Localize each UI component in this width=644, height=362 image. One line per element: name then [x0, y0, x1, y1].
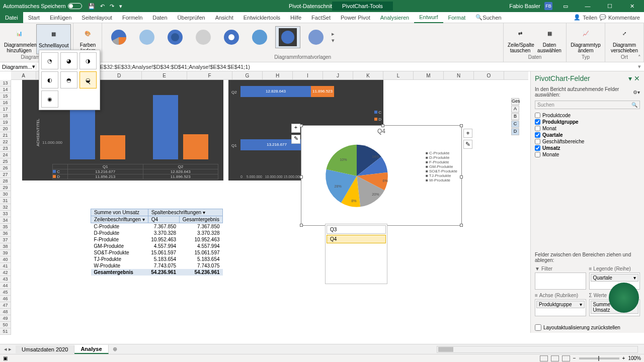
- row-header[interactable]: 30: [0, 191, 11, 198]
- field-item[interactable]: Umsatz: [535, 145, 640, 151]
- name-box[interactable]: Diagramm...▾: [0, 63, 36, 70]
- field-item[interactable]: Monate: [535, 151, 640, 158]
- defer-layout[interactable]: Layoutaktualisierung zurückstellen: [531, 322, 644, 333]
- zoom-level[interactable]: 100%: [628, 355, 641, 361]
- tab-format[interactable]: Format: [443, 12, 471, 23]
- row-header[interactable]: 13: [0, 80, 11, 86]
- row-header[interactable]: 21: [0, 132, 11, 139]
- row-header[interactable]: 51: [0, 328, 11, 335]
- chart-style-2[interactable]: [134, 26, 159, 48]
- tab-seitenlayout[interactable]: Seitenlayout: [76, 12, 117, 23]
- tab-ueberpruefen[interactable]: Überprüfen: [173, 12, 210, 23]
- pivot-row[interactable]: D-Produkte3.370.3283.370.328: [91, 230, 223, 236]
- tab-analysieren[interactable]: Analysieren: [375, 12, 414, 23]
- row-header[interactable]: 38: [0, 243, 11, 250]
- column-header[interactable]: M: [414, 71, 444, 79]
- mini-button-b[interactable]: B: [511, 113, 519, 120]
- add-chart-element-button[interactable]: 📊 Diagrammelement hinzufügen: [2, 24, 36, 54]
- chevron-down-icon[interactable]: ▾: [32, 63, 35, 70]
- column-header[interactable]: G: [232, 71, 263, 79]
- layout-option-4[interactable]: ◐: [41, 71, 58, 88]
- row-header[interactable]: 17: [0, 106, 11, 113]
- field-item[interactable]: Quartale: [535, 132, 640, 138]
- row-header[interactable]: 22: [0, 139, 11, 145]
- tab-entwicklertools[interactable]: Entwicklertools: [238, 12, 285, 23]
- column-header[interactable]: E: [142, 71, 187, 79]
- row-header[interactable]: 26: [0, 165, 11, 171]
- save-icon[interactable]: 💾: [88, 3, 95, 10]
- row-header[interactable]: 29: [0, 185, 11, 191]
- row-header[interactable]: 32: [0, 204, 11, 211]
- mini-button-ges[interactable]: Ges: [511, 98, 519, 105]
- layout-option-2[interactable]: ◕: [60, 52, 77, 69]
- slicer-quartale[interactable]: Q3 Q4: [325, 224, 387, 284]
- zoom-slider[interactable]: [579, 357, 619, 359]
- column-header[interactable]: K: [353, 71, 383, 79]
- add-sheet-button[interactable]: ⊕: [109, 346, 121, 352]
- column-header[interactable]: J: [323, 71, 353, 79]
- pivot-row[interactable]: F-Produkte10.952.46310.952.463: [91, 236, 223, 243]
- column-header[interactable]: O: [474, 71, 504, 79]
- area-filter[interactable]: [535, 273, 586, 290]
- comments-button[interactable]: 💬 Kommentare: [599, 14, 640, 21]
- row-header[interactable]: 18: [0, 113, 11, 119]
- row-header[interactable]: 42: [0, 269, 11, 276]
- row-header[interactable]: 48: [0, 309, 11, 315]
- styles-more-icon[interactable]: ▸▾: [332, 26, 339, 48]
- column-header[interactable]: D: [97, 71, 142, 79]
- row-header[interactable]: 25: [0, 158, 11, 165]
- zoom-out-button[interactable]: −: [573, 355, 576, 361]
- row-header[interactable]: 24: [0, 152, 11, 158]
- move-chart-button[interactable]: ⤢Diagramm verschieben: [607, 24, 641, 54]
- maximize-button[interactable]: ☐: [601, 0, 619, 12]
- row-header[interactable]: 28: [0, 178, 11, 185]
- view-normal-button[interactable]: [540, 355, 548, 361]
- undo-icon[interactable]: ↶: [100, 3, 105, 10]
- row-header[interactable]: 15: [0, 93, 11, 100]
- row-header[interactable]: 16: [0, 100, 11, 106]
- row-header[interactable]: 27: [0, 171, 11, 178]
- row-header[interactable]: 36: [0, 230, 11, 237]
- pivot-row[interactable]: C-Produkte7.367.8507.367.850: [91, 223, 223, 230]
- layout-option-5[interactable]: ◓: [60, 71, 77, 88]
- row-header[interactable]: 37: [0, 237, 11, 243]
- row-header[interactable]: 23: [0, 145, 11, 152]
- chart-elements-button[interactable]: +: [463, 129, 472, 138]
- qat-customize-icon[interactable]: ▾: [119, 3, 122, 10]
- fields-tools-icon[interactable]: ⚙▾: [633, 89, 640, 95]
- collapse-ribbon-icon[interactable]: ˄: [638, 54, 641, 61]
- tab-hilfe[interactable]: Hilfe: [285, 12, 306, 23]
- fields-search-input[interactable]: Suchen🔍: [535, 101, 640, 109]
- row-header[interactable]: 14: [0, 86, 11, 93]
- chart-styles-button[interactable]: ✎: [463, 140, 472, 149]
- tab-datei[interactable]: Datei: [0, 12, 23, 23]
- row-header[interactable]: 41: [0, 263, 11, 269]
- field-item[interactable]: Produktcode: [535, 112, 640, 119]
- chart-style-1[interactable]: [106, 26, 131, 48]
- fields-close-icon[interactable]: ✕: [634, 74, 640, 82]
- row-header[interactable]: 47: [0, 302, 11, 309]
- redo-icon[interactable]: ↷: [110, 3, 114, 10]
- row-header[interactable]: 39: [0, 250, 11, 256]
- row-header[interactable]: 33: [0, 211, 11, 217]
- column-header[interactable]: I: [293, 71, 323, 79]
- formula-bar[interactable]: =NREIHE(Analyse!$E$32:$E$33;Analyse!$D$3…: [47, 64, 635, 70]
- chart-style-5[interactable]: [219, 26, 244, 48]
- chart-style-7[interactable]: [275, 26, 300, 48]
- switch-row-column-button[interactable]: ⇄Zeile/Spalte tauschen: [506, 24, 535, 54]
- row-header[interactable]: 19: [0, 119, 11, 126]
- field-item[interactable]: Produktgruppe: [535, 119, 640, 125]
- row-header[interactable]: 40: [0, 256, 11, 263]
- close-button[interactable]: ✕: [623, 0, 641, 12]
- tab-factset[interactable]: FactSet: [306, 12, 336, 23]
- layout-option-7[interactable]: ◉: [41, 90, 58, 108]
- row-header[interactable]: 20: [0, 126, 11, 132]
- row-header[interactable]: 46: [0, 296, 11, 302]
- chart-style-3[interactable]: [163, 26, 188, 48]
- layout-option-1[interactable]: ◔: [41, 52, 58, 69]
- sheet-tab-umsatz[interactable]: Umsatzdaten 2020: [16, 345, 74, 353]
- change-chart-type-button[interactable]: 📈Diagrammtyp ändern: [569, 24, 603, 54]
- slicer-item-q3[interactable]: Q3: [327, 225, 386, 234]
- layout-option-6[interactable]: ◒↖: [79, 71, 97, 88]
- chart-style-4[interactable]: [191, 26, 216, 48]
